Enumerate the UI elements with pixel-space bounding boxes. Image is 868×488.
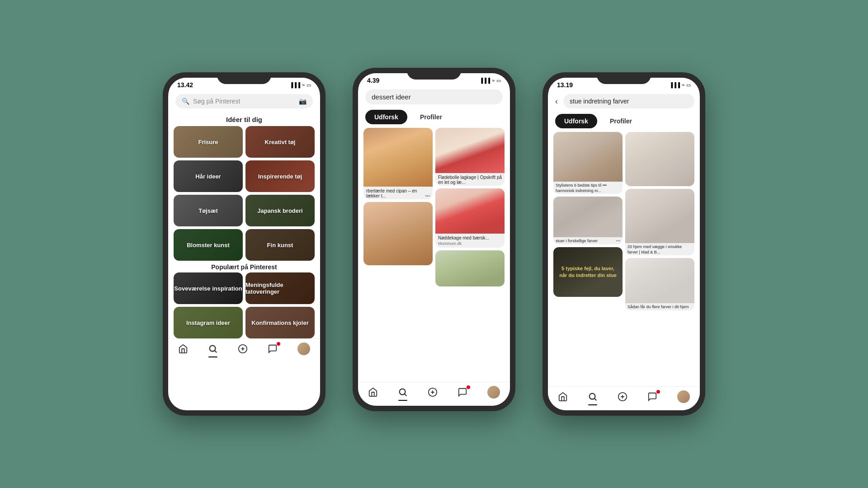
notch-3 xyxy=(597,72,651,84)
farver-caption: Sådan får du flere farver i dit hjem xyxy=(625,303,694,310)
noddekage-source: Mummum.dk xyxy=(435,241,505,248)
tile-sovevaer[interactable]: Soveværelse inspiration xyxy=(174,272,243,304)
tile-blomster[interactable]: Blomster kunst xyxy=(174,229,243,261)
tab-bar-3: Udforsk Profiler xyxy=(548,112,700,132)
tile-frisure[interactable]: Frisure xyxy=(174,126,243,158)
pin-tart[interactable]: rbertærte med cipan – en lækker t... ••• xyxy=(363,128,433,199)
noddekage-caption: Nøddekage med bærsk... xyxy=(435,234,505,241)
wifi-icon-2: ≈ xyxy=(492,78,495,83)
search-text-2: dessert ideer xyxy=(372,93,496,101)
bottom-nav-1 xyxy=(168,338,320,362)
pin-stylist[interactable]: Stylistens 6 bedste tips til ••• harmoni… xyxy=(553,132,623,194)
tile-instagram[interactable]: Instagram ideer xyxy=(174,307,243,338)
tile-haar[interactable]: Hår ideer xyxy=(174,160,243,192)
search-bar-2[interactable]: dessert ideer xyxy=(365,89,503,104)
stuer-dots[interactable]: ••• xyxy=(616,239,620,244)
nav-add-1[interactable] xyxy=(238,344,248,354)
svg-point-0 xyxy=(210,346,216,352)
signal-icon: ▐▐▐ xyxy=(290,82,300,88)
tart-caption: rbertærte med cipan – en lækker t... ••• xyxy=(363,187,433,199)
nav-messages-1[interactable] xyxy=(268,344,278,354)
pin-stuer[interactable]: stuer i forskellige farver ••• xyxy=(553,197,623,244)
pin-col-3-2: 20 hjem med vægge i smukke farver | Mad … xyxy=(625,132,694,386)
messages-badge-2 xyxy=(467,385,470,389)
status-icons-1: ▐▐▐ ≈ ▭ xyxy=(290,82,311,88)
avatar-3 xyxy=(677,390,690,403)
interior-image-1 xyxy=(553,132,623,182)
interior-image-5: 5 typiske fejl, du laver, når du indrett… xyxy=(553,247,623,297)
wifi-icon-3: ≈ xyxy=(682,82,684,88)
pin-col-2: Flødebolle lagkage | Opskrift på en let … xyxy=(435,128,505,382)
tab-udforsk-2[interactable]: Udforsk xyxy=(365,110,407,124)
tile-japansk[interactable]: Japansk broderi xyxy=(245,195,315,226)
tile-fin[interactable]: Fin kunst xyxy=(245,229,315,261)
section2-heading: Populært på Pinterest xyxy=(168,263,320,271)
search-bar-1[interactable]: 🔍 Søg på Pinterest 📷 xyxy=(175,94,313,108)
notch-1 xyxy=(217,72,271,84)
wifi-icon: ≈ xyxy=(302,82,305,88)
phone-3: 13.19 ▐▐▐ ≈ ▭ ‹ stue indretning farver U… xyxy=(542,72,705,416)
fejl-text: 5 typiske fejl, du laver, når du indrett… xyxy=(558,265,618,279)
tile-konfirmation[interactable]: Konfirmations kjoler xyxy=(245,307,315,338)
nav-profile-1[interactable] xyxy=(297,343,310,355)
nav-add-3[interactable] xyxy=(618,392,627,402)
tile-toejsaet[interactable]: Tøjsæt xyxy=(174,195,243,226)
pin-grid-2: rbertærte med cipan – en lækker t... •••… xyxy=(358,128,510,382)
stylist-caption: Stylistens 6 bedste tips til ••• harmoni… xyxy=(553,182,623,194)
tile-menings[interactable]: Meningsfulde tatoveringer xyxy=(245,272,315,304)
nav-messages-2[interactable] xyxy=(458,387,467,397)
tab-profiler-3[interactable]: Profiler xyxy=(601,114,641,128)
nav-home-3[interactable] xyxy=(558,392,568,402)
battery-icon: ▭ xyxy=(307,82,311,88)
pin-typiske-fejl[interactable]: 5 typiske fejl, du laver, når du indrett… xyxy=(553,247,623,297)
nav-messages-3[interactable] xyxy=(647,392,657,402)
pin-sadan-farver[interactable]: Sådan får du flere farver i dit hjem xyxy=(625,258,694,310)
avatar-2 xyxy=(487,386,500,399)
tile-inspirerende[interactable]: Inspirerende tøj xyxy=(245,160,315,192)
pin-interior-light[interactable] xyxy=(625,132,694,186)
section1-heading: Idéer til dig xyxy=(168,116,320,123)
tab-udforsk-3[interactable]: Udforsk xyxy=(555,114,597,128)
nav-search-3[interactable] xyxy=(588,392,598,402)
nav-home-1[interactable] xyxy=(178,344,188,354)
stuer-caption: stuer i forskellige farver ••• xyxy=(553,237,623,244)
pin-smoothie[interactable] xyxy=(435,250,505,286)
signal-icon-2: ▐▐▐ xyxy=(480,78,490,83)
tab-profiler-2[interactable]: Profiler xyxy=(411,110,451,124)
phone-2: 4.39 ▐▐▐ ≈ ▭ dessert ideer Udforsk Profi… xyxy=(353,68,515,411)
status-icons-3: ▐▐▐ ≈ ▭ xyxy=(670,82,691,88)
back-search-row-3: ‹ stue indretning farver xyxy=(553,94,694,108)
cupcakes-image xyxy=(363,202,433,265)
nav-profile-3[interactable] xyxy=(677,390,690,403)
nav-add-2[interactable] xyxy=(428,387,438,397)
nav-search-2[interactable] xyxy=(398,387,408,397)
time-1: 13.42 xyxy=(177,81,193,89)
time-2: 4.39 xyxy=(367,77,379,84)
messages-badge-1 xyxy=(277,342,280,346)
phone-1: 13.42 ▐▐▐ ≈ ▭ 🔍 Søg på Pinterest 📷 Idéer… xyxy=(163,72,326,416)
nav-search-1[interactable] xyxy=(208,344,218,354)
tart-dots[interactable]: ••• xyxy=(425,193,430,198)
pin-noddekage[interactable]: Nøddekage med bærsk... Mummum.dk xyxy=(435,188,505,248)
svg-point-10 xyxy=(590,394,595,399)
battery-icon-3: ▭ xyxy=(686,82,691,88)
back-button-3[interactable]: ‹ xyxy=(553,95,560,108)
pin-grid-3: Stylistens 6 bedste tips til ••• harmoni… xyxy=(548,132,700,386)
interior-image-3 xyxy=(553,197,623,237)
pin-20hjem[interactable]: 20 hjem med vægge i smukke farver | Mad … xyxy=(625,189,694,255)
pin-cupcakes[interactable] xyxy=(363,202,433,265)
nav-profile-2[interactable] xyxy=(487,386,500,399)
camera-icon-1[interactable]: 📷 xyxy=(299,98,307,105)
search-bar-3[interactable]: stue indretning farver xyxy=(563,94,694,108)
nav-home-2[interactable] xyxy=(368,387,378,397)
svg-line-11 xyxy=(594,399,596,400)
battery-icon-2: ▭ xyxy=(496,78,501,84)
pin-flaedebolle[interactable]: Flødebolle lagkage | Opskrift på en let … xyxy=(435,128,505,186)
berries-image xyxy=(435,128,505,173)
status-icons-2: ▐▐▐ ≈ ▭ xyxy=(480,78,501,84)
smoothie-image xyxy=(435,250,505,286)
tile-kreativt[interactable]: Kreativt tøj xyxy=(245,126,315,158)
svg-line-1 xyxy=(215,351,217,352)
category-grid-1: Frisure Kreativt tøj Hår ideer Inspirere… xyxy=(168,126,320,261)
search-icon-1: 🔍 xyxy=(182,98,189,105)
